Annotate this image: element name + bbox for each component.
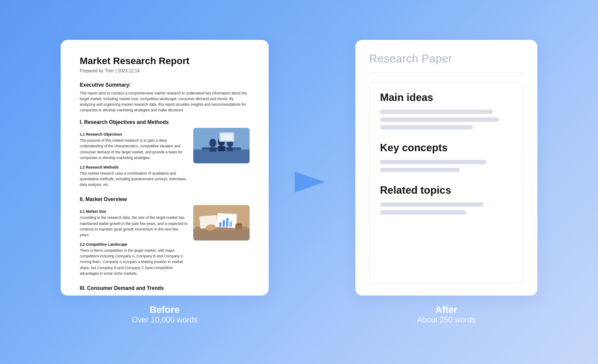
section2-title: II. Market Overview: [80, 196, 250, 202]
svg-rect-6: [218, 146, 225, 151]
main-ideas-line-3: [380, 125, 473, 130]
sub1-2-body: This market research uses a combination …: [80, 171, 188, 188]
inner-card: Main ideas Key concepts Related topics: [369, 81, 523, 283]
doc-meta: Prepared by 'Tom' | 2023.12.14: [80, 68, 250, 73]
research-card: Research Paper Main ideas Key concepts R…: [355, 40, 537, 296]
sub2-1-body: According to the research data, the size…: [80, 215, 188, 238]
office-image: [193, 128, 250, 163]
svg-rect-1: [193, 150, 250, 163]
main-container: Market Research Report Prepared by 'Tom'…: [0, 40, 598, 325]
card-divider: [369, 72, 523, 73]
section3-title: III. Consumer Demand and Trends: [80, 285, 250, 291]
svg-rect-17: [223, 220, 225, 227]
section2-content: 2.1 Market Size According to the researc…: [80, 205, 250, 279]
svg-rect-10: [221, 133, 233, 140]
before-label: Before: [132, 304, 198, 315]
sub1-1-body: The purpose of this market research is t…: [80, 138, 188, 161]
svg-rect-16: [219, 222, 222, 227]
desk-image: [193, 205, 250, 240]
svg-rect-4: [209, 147, 216, 152]
main-ideas-line-2: [380, 117, 499, 122]
section1-title: I. Research Objectives and Methods: [80, 119, 250, 125]
gap-1: [380, 133, 513, 142]
document-card: Market Research Report Prepared by 'Tom'…: [61, 40, 269, 296]
after-label-container: After About 250 words: [417, 304, 475, 325]
key-concepts-heading: Key concepts: [380, 142, 513, 154]
svg-rect-8: [227, 147, 233, 151]
sub1-1-title: 1.1 Research Objectives: [80, 132, 188, 136]
related-topics-heading: Related topics: [380, 184, 513, 196]
research-paper-title: Research Paper: [369, 52, 523, 65]
exec-summary-body: This report aims to conduct a comprehens…: [80, 91, 250, 114]
exec-summary-title: Executive Summary:: [80, 82, 250, 88]
before-sub-label: Over 10,000 words: [132, 315, 198, 325]
svg-point-3: [209, 139, 216, 147]
doc-title: Market Research Report: [80, 55, 250, 67]
key-concepts-line-1: [380, 160, 486, 164]
sub2-2-body: There is fierce competition in the targe…: [80, 248, 188, 276]
left-panel: Market Research Report Prepared by 'Tom'…: [61, 40, 269, 325]
related-topics-line-2: [380, 210, 466, 214]
related-topics-line-1: [380, 202, 484, 207]
svg-rect-12: [193, 229, 250, 240]
svg-rect-18: [226, 218, 228, 227]
section1-content: 1.1 Research Objectives The purpose of t…: [80, 128, 250, 190]
sub2-1-title: 2.1 Market Size: [80, 209, 188, 214]
main-ideas-heading: Main ideas: [380, 91, 513, 104]
svg-rect-21: [235, 225, 242, 230]
section1-text: 1.1 Research Objectives The purpose of t…: [80, 128, 188, 190]
after-sub-label: About 250 words: [417, 315, 475, 325]
key-concepts-line-2: [380, 168, 460, 172]
sub1-2-title: 1.2 Research Methods: [80, 165, 188, 169]
arrow-icon: [295, 169, 329, 195]
svg-rect-19: [230, 221, 232, 227]
after-label: After: [417, 304, 475, 315]
section2-text: 2.1 Market Size According to the researc…: [80, 205, 188, 279]
sub2-2-title: 2.2 Competitive Landscape: [80, 242, 188, 247]
right-panel: Research Paper Main ideas Key concepts R…: [355, 40, 537, 325]
before-label-container: Before Over 10,000 words: [132, 304, 198, 325]
gap-2: [380, 176, 513, 184]
arrow-container: [295, 169, 329, 195]
main-ideas-line-1: [380, 110, 493, 114]
